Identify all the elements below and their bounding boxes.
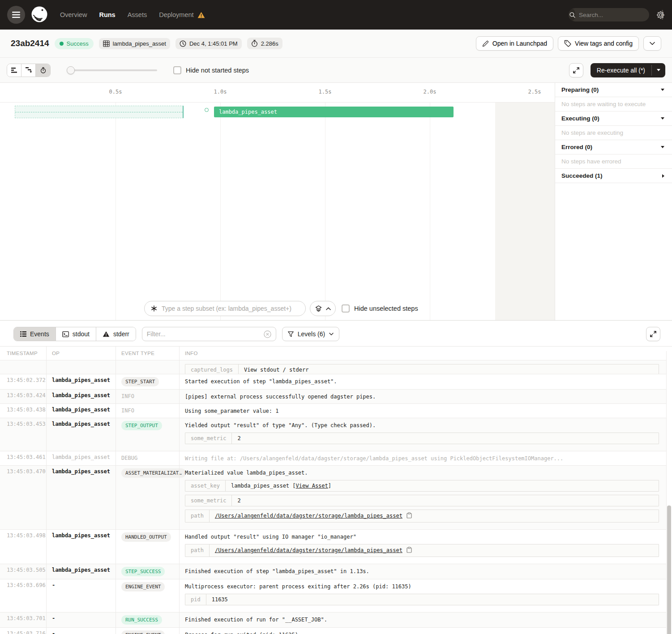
timestamp-cell: 13:45:03.438	[0, 404, 46, 418]
step-subset-input[interactable]	[162, 305, 300, 312]
log-type-tabs: Events stdout stderr	[13, 327, 136, 341]
clear-filter-icon[interactable]	[264, 330, 271, 338]
gantt-fullscreen-button[interactable]	[569, 63, 583, 77]
search-input[interactable]	[575, 12, 662, 18]
search-icon	[569, 9, 575, 21]
main-nav: Overview Runs Assets Deployment	[60, 11, 205, 18]
settings-gear-button[interactable]	[656, 11, 665, 19]
zoom-slider-knob[interactable]	[67, 66, 75, 74]
metadata-link[interactable]: /Users/alangenfeld/data/dagster/storage/…	[215, 547, 402, 553]
sidebar-section-errored[interactable]: Errored (0)	[555, 140, 672, 154]
tab-events-label: Events	[30, 330, 49, 338]
copy-icon[interactable]	[407, 512, 412, 520]
hamburger-menu-button[interactable]	[7, 6, 25, 24]
log-filter-input[interactable]	[147, 330, 264, 338]
event-message: Multiprocess executor: parent process ex…	[185, 582, 667, 591]
event-type-badge: ENGINE_EVENT	[121, 630, 165, 634]
event-type-cell: RUN_SUCCESS	[116, 613, 179, 627]
chevron-down-icon	[650, 42, 655, 45]
info-cell: Finished execution of step "lambda_pipes…	[179, 564, 672, 579]
op-cell: lambda_pipes_asset	[46, 530, 116, 564]
run-gantt-section: 0.5s 1.0s 1.5s 2.0s 2.5s lambda_pipes_as…	[0, 83, 672, 320]
sidebar-empty-message: No steps are executing	[555, 126, 672, 140]
hide-unselected-label: Hide unselected steps	[354, 305, 418, 312]
info-cell: Finished execution of run for "__ASSET_J…	[179, 613, 672, 627]
metadata-value: /Users/alangenfeld/data/dagster/storage/…	[210, 544, 659, 557]
status-dot-icon	[60, 42, 64, 46]
section-body: No steps are waiting to execute	[561, 101, 646, 107]
metadata-row: asset_keylambda_pipes_asset [View Asset]	[185, 480, 659, 491]
sidebar-section-executing[interactable]: Executing (0)	[555, 111, 672, 126]
view-asset-link[interactable]: View Asset	[296, 483, 328, 489]
metadata-row: some_metric2	[185, 495, 659, 506]
metadata-link[interactable]: /Users/alangenfeld/data/dagster/storage/…	[215, 513, 402, 519]
reexecute-options-button[interactable]	[652, 63, 665, 77]
chevron-up-icon	[326, 307, 331, 310]
hide-unselected-checkbox[interactable]	[342, 304, 350, 313]
nav-runs[interactable]: Runs	[99, 11, 115, 18]
reexecute-all-button[interactable]: Re-execute all (*)	[591, 63, 651, 77]
event-rows: captured_logsView stdout / stderr13:45:0…	[0, 360, 672, 634]
timer-view-icon	[40, 67, 46, 73]
step-waiting-range	[15, 106, 184, 118]
logs-fullscreen-button[interactable]	[646, 327, 660, 341]
metadata-key: some_metric	[185, 495, 232, 506]
axis-line	[0, 102, 555, 103]
hide-not-started-checkbox[interactable]	[173, 66, 181, 74]
event-message: Started execution of step "lambda_pipes_…	[185, 377, 667, 386]
events-table-header: TIMESTAMP OP EVENT TYPE INFO	[0, 347, 672, 360]
open-in-launchpad-label: Open in Launchpad	[492, 40, 547, 47]
global-search[interactable]: /	[569, 8, 649, 21]
event-type-cell: STEP_SUCCESS	[116, 564, 179, 579]
log-row: 13:45:03.461lambda_pipes_assetDEBUGWriti…	[0, 451, 672, 466]
graph-query-toggle-button[interactable]	[310, 301, 336, 316]
view-mode-flat-button[interactable]	[7, 64, 21, 77]
axis-tick: 1.5s	[319, 89, 332, 95]
metadata-row: path/Users/alangenfeld/data/dagster/stor…	[185, 510, 659, 522]
nav-assets[interactable]: Assets	[128, 11, 147, 18]
nav-overview[interactable]: Overview	[60, 11, 87, 18]
zoom-slider-track[interactable]	[68, 69, 157, 71]
tab-stderr[interactable]: stderr	[96, 327, 136, 341]
view-mode-waterfall-button[interactable]	[21, 64, 36, 77]
metadata-action-link[interactable]: View stdout / stderr	[244, 367, 309, 373]
op-cell: lambda_pipes_asset	[46, 404, 116, 418]
op-cell: -	[46, 579, 116, 612]
view-tags-config-button[interactable]: View tags and config	[558, 36, 639, 51]
zoom-slider[interactable]	[68, 66, 157, 74]
axis-tick: 1.0s	[214, 89, 227, 95]
nav-deployment[interactable]: Deployment	[159, 11, 205, 18]
sidebar-section-preparing[interactable]: Preparing (0)	[555, 83, 672, 97]
timestamp-cell: 13:45:03.453	[0, 418, 46, 451]
info-cell: Yielded output "result" of type "Any". (…	[179, 418, 672, 451]
run-id: 23ab2414	[11, 39, 49, 48]
run-job-tag[interactable]: lambda_pipes_asset	[99, 38, 170, 49]
metadata-key: captured_logs	[185, 364, 239, 374]
log-row: 13:45:03.716-ENGINE_EVENTProcess for run…	[0, 628, 672, 634]
info-cell: Process for run exited (pid: 11635).	[179, 628, 672, 634]
info-cell: [pipes] external process successfully op…	[179, 390, 672, 403]
view-mode-timed-button[interactable]	[36, 64, 50, 77]
run-more-actions-button[interactable]	[643, 36, 661, 51]
event-type-cell: ENGINE_EVENT	[116, 628, 179, 634]
waterfall-view-icon	[26, 67, 32, 73]
sidebar-section-succeeded[interactable]: Succeeded (1)	[555, 169, 672, 183]
pencil-icon	[482, 40, 489, 47]
logs-scrollbar-track[interactable]	[666, 351, 672, 634]
metadata-value: View stdout / stderr	[239, 364, 659, 374]
levels-filter-button[interactable]: Levels (6)	[282, 327, 339, 341]
open-in-launchpad-button[interactable]: Open in Launchpad	[476, 36, 553, 51]
log-row: 13:45:02.372lambda_pipes_assetSTEP_START…	[0, 374, 672, 390]
copy-icon[interactable]	[407, 547, 412, 554]
event-type-badge: STEP_START	[121, 377, 159, 386]
info-cell: Using some_parameter value: 1	[179, 404, 672, 418]
gantt-step-bar[interactable]: lambda_pipes_asset	[214, 107, 454, 117]
tab-stdout[interactable]: stdout	[56, 327, 96, 341]
tab-events[interactable]: Events	[14, 327, 56, 341]
dagster-logo[interactable]	[30, 6, 48, 24]
logs-scrollbar-thumb[interactable]	[667, 505, 671, 634]
event-message: Writing file at: /Users/alangenfeld/data…	[185, 454, 667, 463]
axis-tick: 0.5s	[109, 89, 122, 95]
events-table: TIMESTAMP OP EVENT TYPE INFO captured_lo…	[0, 346, 672, 634]
event-message: Finished execution of step "lambda_pipes…	[185, 567, 667, 575]
